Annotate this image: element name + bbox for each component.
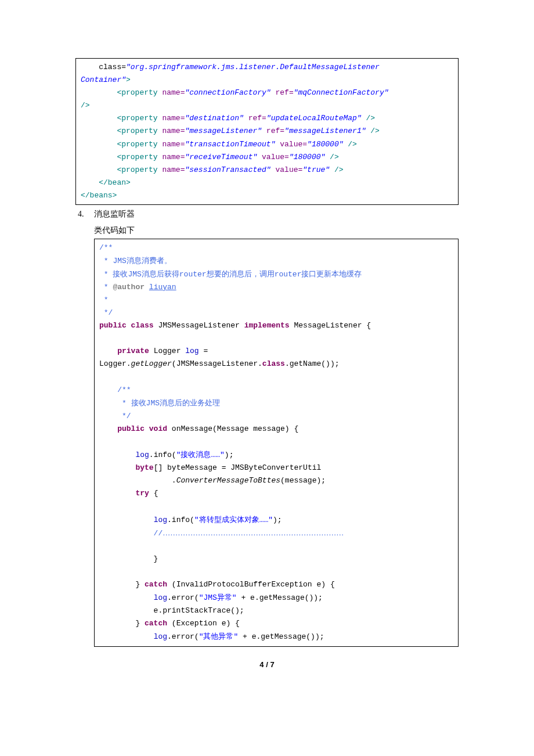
- attr-name: ref=: [271, 88, 294, 97]
- code-text: .info(: [149, 451, 176, 459]
- keyword: byte: [135, 463, 153, 472]
- attr-value: "messageListener": [185, 127, 262, 135]
- attr-value: "org.springframework.jms.listener.Defaul…: [126, 63, 380, 71]
- keyword: class: [262, 359, 285, 368]
- string: 接收消息: [181, 450, 211, 459]
- code-text: .error(: [167, 632, 199, 641]
- code-text: {: [149, 489, 158, 498]
- code-text: }: [99, 580, 145, 589]
- xml-tag: <property: [81, 127, 158, 135]
- attr-name: name=: [158, 165, 185, 174]
- code-text: Logger: [149, 347, 185, 355]
- string: 异常: [217, 593, 232, 602]
- attr-name: name=: [158, 88, 185, 97]
- code-text: [99, 593, 154, 602]
- string: 其他异常: [203, 632, 233, 640]
- comment: *: [99, 296, 109, 304]
- code-text: (JMSMessageListener.: [172, 359, 262, 368]
- xml-tag: >: [126, 75, 131, 84]
- code-text: + e.getMessage());: [238, 632, 324, 641]
- attr-value: "receiveTimeout": [185, 153, 257, 161]
- code-text: );: [225, 451, 234, 459]
- keyword: try: [135, 489, 149, 498]
- xml-tag: <property: [81, 165, 158, 174]
- keyword: catch: [145, 580, 167, 589]
- attr-value: "180000": [289, 153, 325, 161]
- xml-code-block: class="org.springframework.jms.listener.…: [75, 58, 459, 205]
- comment: 消息消费者。: [127, 256, 172, 265]
- code-text: [99, 463, 135, 472]
- page-number: 4 / 7: [75, 658, 459, 671]
- comment: ………………………………………………………………: [163, 528, 344, 537]
- code-text: + e.getMessage());: [237, 593, 323, 602]
- attr-name: name=: [158, 140, 185, 149]
- string: "JMS: [199, 593, 217, 602]
- string: ": [232, 593, 237, 602]
- attr-value: Container": [81, 75, 126, 84]
- comment: */: [99, 308, 113, 317]
- attr-value: "mqConnectionFactory": [294, 88, 389, 97]
- xml-tag: />: [362, 114, 375, 123]
- xml-tag: />: [344, 140, 357, 149]
- keyword: implements: [244, 321, 290, 330]
- code-text: [99, 489, 135, 498]
- code-text: class=: [81, 63, 126, 71]
- comment: JMS: [128, 270, 141, 279]
- xml-tag: />: [325, 153, 338, 161]
- string: ……": [211, 451, 224, 459]
- attr-value: "true": [302, 165, 330, 174]
- section-subtitle: 类代码如下: [75, 224, 459, 237]
- attr-value: "180000": [307, 140, 343, 149]
- attr-name: value=: [257, 153, 289, 161]
- code-text: (Exception e) {: [167, 619, 240, 628]
- attr-value: "sessionTransacted": [185, 165, 270, 174]
- code-text: (message);: [280, 476, 326, 485]
- code-text: onMessage(Message message) {: [167, 424, 298, 433]
- comment: 接收: [131, 398, 146, 407]
- xml-tag: />: [330, 165, 343, 174]
- xml-tag: />: [81, 101, 90, 110]
- code-text: .info(: [167, 516, 194, 524]
- comment: 想要的消息后，调用: [207, 269, 275, 278]
- attr-name: value=: [275, 140, 307, 149]
- attr-name: name=: [158, 127, 185, 135]
- xml-tag: <property: [81, 153, 158, 161]
- comment: *: [99, 399, 131, 408]
- comment: */: [99, 412, 131, 420]
- code-text: =: [199, 347, 212, 355]
- comment: *: [99, 270, 113, 279]
- code-text: MessageListener {: [290, 321, 371, 330]
- attr-value: "destination": [185, 114, 243, 123]
- field: log: [154, 516, 167, 524]
- xml-tag: </bean>: [81, 178, 131, 187]
- attr-value: "transactionTimeout": [185, 140, 275, 149]
- keyword: void: [145, 424, 167, 433]
- comment: /**: [99, 386, 131, 394]
- code-text: Logger.: [99, 359, 131, 368]
- xml-tag: <property: [81, 114, 158, 123]
- string: 将转型成实体对象: [199, 515, 259, 524]
- code-text: }: [99, 555, 158, 563]
- list-number: 4.: [78, 207, 94, 221]
- java-code-block: /** * JMS消息消费者。 * 接收JMS消息后获得router想要的消息后…: [94, 239, 459, 647]
- keyword: public: [99, 424, 145, 433]
- static-method: ConverterMessageToBttes: [176, 476, 280, 485]
- attr-value: "messageListener1": [284, 127, 366, 135]
- xml-tag: <property: [81, 88, 158, 97]
- string: ……": [259, 516, 273, 524]
- xml-tag: </beans>: [81, 191, 117, 200]
- attr-name: name=: [158, 153, 185, 161]
- attr-value: "updateLocalRouteMap": [266, 114, 362, 123]
- code-text: JMSMessageListener: [154, 321, 244, 330]
- comment: //: [99, 529, 163, 538]
- comment: 消息后的业务处理: [160, 398, 220, 407]
- comment: /**: [99, 243, 113, 252]
- field: log: [135, 451, 149, 459]
- field: log: [154, 632, 167, 641]
- code-text: (InvalidProtocolBufferException e) {: [167, 580, 335, 589]
- code-text: [99, 632, 154, 641]
- code-text: e.printStackTrace();: [99, 606, 244, 615]
- comment: [145, 283, 149, 291]
- keyword: public: [99, 321, 127, 330]
- xml-tag: <property: [81, 140, 158, 149]
